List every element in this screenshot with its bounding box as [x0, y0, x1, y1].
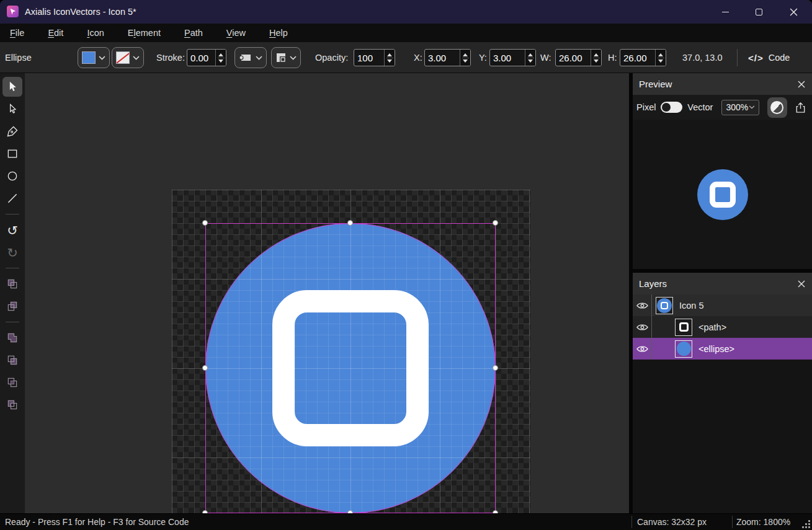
minimize-button[interactable] — [711, 0, 739, 24]
handle-top-center[interactable] — [347, 220, 353, 226]
subtract-button[interactable] — [2, 350, 22, 370]
layer-row-icon5[interactable]: Icon 5 — [633, 294, 812, 316]
layer-thumbnail — [675, 319, 692, 336]
y-label: Y: — [479, 42, 487, 73]
y-position-input[interactable] — [489, 49, 536, 66]
line-cap-dropdown[interactable] — [234, 47, 267, 68]
opacity-spinner[interactable] — [384, 50, 395, 66]
resize-grip[interactable] — [800, 518, 810, 528]
select-arrow-icon — [6, 81, 19, 93]
tool-separator — [6, 322, 19, 322]
stroke-width-input[interactable] — [187, 49, 226, 66]
canvas-viewport[interactable]: 26.00 x 26.00 — [25, 73, 629, 513]
preview-close-button[interactable] — [796, 79, 807, 90]
artboard[interactable]: 26.00 x 26.00 — [172, 190, 530, 530]
layer-tree-line — [651, 294, 652, 316]
visibility-eye-icon[interactable] — [633, 302, 651, 309]
status-separator — [631, 516, 632, 528]
preview-panel-header: Preview — [633, 73, 812, 95]
ellipse-tool[interactable] — [2, 166, 22, 186]
menu-element[interactable]: Element — [122, 25, 167, 40]
opacity-label: Opacity: — [315, 42, 348, 73]
menu-help[interactable]: Help — [263, 25, 294, 40]
preview-zoom-select[interactable]: 300% — [721, 100, 759, 115]
layer-tree-line — [651, 316, 652, 338]
handle-middle-right[interactable] — [493, 365, 498, 371]
stroke-color-dropdown[interactable] — [112, 47, 144, 68]
toggle-knob — [662, 103, 671, 112]
visibility-eye-icon[interactable] — [633, 345, 651, 353]
tool-palette: ↺ ↻ — [0, 73, 25, 513]
maximize-icon — [756, 9, 762, 15]
preview-background-toggle[interactable] — [767, 97, 787, 118]
opacity-value[interactable] — [354, 50, 384, 66]
layer-row-ellipse[interactable]: <ellipse> — [633, 338, 812, 360]
exclude-icon — [6, 399, 19, 411]
selected-ellipse-outline — [205, 223, 496, 513]
stroke-width-value[interactable] — [187, 50, 215, 66]
union-button[interactable] — [2, 328, 22, 348]
close-icon — [798, 81, 805, 88]
w-label: W: — [540, 42, 551, 73]
select-tool[interactable] — [2, 77, 22, 97]
preview-canvas — [633, 120, 812, 273]
w-spinner[interactable] — [591, 50, 601, 66]
x-position-value[interactable] — [425, 50, 460, 66]
intersect-icon — [6, 376, 19, 389]
menu-edit[interactable]: Edit — [42, 25, 69, 40]
width-value[interactable] — [556, 50, 591, 66]
fill-color-swatch — [82, 51, 96, 64]
visibility-eye-icon[interactable] — [633, 324, 651, 331]
maximize-button[interactable] — [744, 0, 773, 24]
code-button[interactable]: </> Code — [744, 47, 793, 68]
intersect-button[interactable] — [2, 373, 22, 392]
close-button[interactable] — [779, 0, 808, 24]
close-icon — [798, 280, 805, 288]
window-title: Axialis IconVectors - Icon 5* — [25, 0, 136, 24]
corner-join-dropdown[interactable] — [271, 47, 301, 68]
rectangle-tool[interactable] — [2, 144, 22, 164]
y-spinner[interactable] — [525, 50, 535, 66]
title-bar: Axialis IconVectors - Icon 5* — [0, 0, 812, 24]
pixel-vector-toggle[interactable] — [661, 102, 682, 113]
opacity-input[interactable] — [354, 49, 395, 66]
menu-view[interactable]: View — [220, 25, 252, 40]
x-position-input[interactable] — [424, 49, 471, 66]
preview-controls: Pixel Vector 300% — [633, 95, 812, 120]
layer-row-path[interactable]: <path> — [633, 316, 812, 338]
menu-path[interactable]: Path — [178, 25, 209, 40]
cursor-position-readout: 37.0, 13.0 — [682, 42, 723, 73]
toolbar-separator — [737, 49, 738, 66]
chevron-down-icon — [256, 56, 262, 60]
y-position-value[interactable] — [490, 50, 525, 66]
layer-name: <path> — [698, 322, 726, 332]
menu-icon[interactable]: Icon — [81, 25, 110, 40]
chevron-down-icon — [99, 56, 105, 60]
undo-button[interactable]: ↺ — [2, 220, 22, 240]
line-tool[interactable] — [2, 188, 22, 208]
send-backward-button[interactable] — [2, 296, 22, 316]
height-input[interactable] — [620, 49, 666, 66]
pen-tool[interactable] — [2, 121, 22, 141]
minimize-icon — [722, 12, 729, 12]
x-spinner[interactable] — [460, 50, 470, 66]
handle-middle-left[interactable] — [202, 365, 208, 371]
handle-top-left[interactable] — [202, 220, 208, 226]
exclude-button[interactable] — [2, 395, 22, 415]
export-button[interactable] — [793, 99, 808, 115]
handle-top-right[interactable] — [493, 220, 498, 226]
height-value[interactable] — [620, 50, 655, 66]
bring-forward-button[interactable] — [2, 274, 22, 294]
stroke-width-spinner[interactable] — [215, 50, 226, 66]
width-input[interactable] — [555, 49, 602, 66]
code-button-label: Code — [769, 53, 790, 63]
menu-file[interactable]: File — [4, 25, 30, 40]
chevron-down-icon — [290, 56, 297, 60]
h-spinner[interactable] — [655, 50, 666, 66]
fill-color-dropdown[interactable] — [78, 47, 110, 68]
union-icon — [6, 332, 19, 344]
layers-close-button[interactable] — [796, 278, 807, 289]
direct-select-tool[interactable] — [2, 99, 22, 119]
redo-button[interactable]: ↻ — [2, 242, 22, 262]
layer-name: Icon 5 — [679, 301, 704, 311]
